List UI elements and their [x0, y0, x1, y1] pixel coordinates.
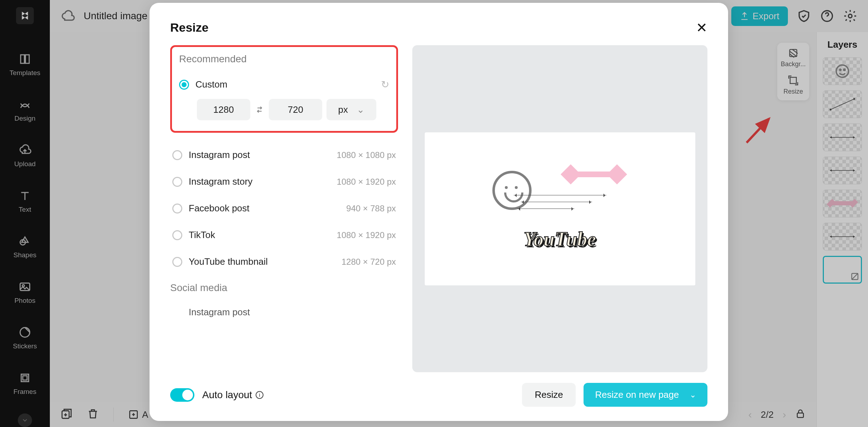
- auto-layout-toggle[interactable]: [170, 388, 194, 402]
- auto-layout-label: Auto layout: [202, 389, 252, 401]
- height-input[interactable]: 720: [269, 99, 322, 120]
- option-instagram-post[interactable]: Instagram post 1080 × 1080 px: [170, 142, 398, 168]
- preview-arrows: [514, 189, 642, 215]
- resize-modal: Resize ✕ Recommended Custom ↻ 1280 720: [150, 3, 728, 421]
- preview-dumbbell-icon: [564, 167, 624, 181]
- modal-title: Resize: [170, 21, 209, 35]
- close-icon[interactable]: ✕: [696, 21, 707, 35]
- option-youtube-thumbnail[interactable]: YouTube thumbnail 1280 × 720 px: [170, 248, 398, 275]
- option-tiktok[interactable]: TikTok 1080 × 1920 px: [170, 222, 398, 248]
- radio-selected-icon[interactable]: [179, 80, 189, 90]
- radio-icon[interactable]: [172, 204, 182, 214]
- reset-icon[interactable]: ↻: [381, 79, 389, 90]
- preview-canvas: YouTube: [425, 132, 695, 285]
- resize-new-page-button[interactable]: Resize on new page ⌄: [584, 383, 707, 407]
- info-icon[interactable]: i: [256, 391, 263, 399]
- preview-text: YouTube: [524, 228, 596, 251]
- option-facebook-post[interactable]: Facebook post 940 × 788 px: [170, 195, 398, 222]
- option-instagram-story[interactable]: Instagram story 1080 × 1920 px: [170, 168, 398, 195]
- preset-list: Instagram post 1080 × 1080 px Instagram …: [170, 142, 398, 275]
- radio-icon[interactable]: [172, 257, 182, 267]
- swap-dimensions-icon[interactable]: [255, 105, 265, 115]
- chevron-down-icon: ⌄: [690, 390, 696, 400]
- option-custom[interactable]: Custom ↻: [179, 74, 389, 95]
- radio-icon[interactable]: [172, 230, 182, 240]
- recommended-highlight: Recommended Custom ↻ 1280 720 px ⌄: [170, 45, 398, 133]
- chevron-down-icon: ⌄: [357, 104, 365, 115]
- unit-select[interactable]: px ⌄: [326, 99, 376, 120]
- resize-button[interactable]: Resize: [522, 383, 576, 407]
- width-input[interactable]: 1280: [197, 99, 250, 120]
- radio-icon[interactable]: [172, 177, 182, 187]
- radio-icon[interactable]: [172, 150, 182, 160]
- recommended-heading: Recommended: [179, 53, 389, 65]
- resize-preview: YouTube: [412, 45, 707, 372]
- social-media-heading: Social media: [170, 282, 398, 294]
- social-instagram-post[interactable]: Instagram post: [170, 302, 398, 322]
